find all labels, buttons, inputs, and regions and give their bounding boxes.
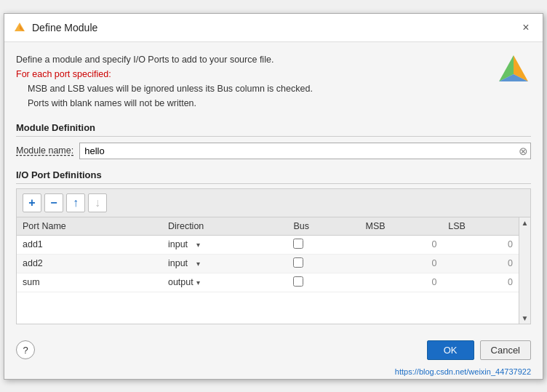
module-name-input[interactable]	[79, 143, 531, 159]
info-line4: Ports with blank names will not be writt…	[16, 96, 313, 111]
input-clear-button[interactable]: ⊗	[519, 145, 528, 156]
dialog-title: Define Module	[32, 22, 97, 33]
direction-select[interactable]: inputoutputinout	[168, 258, 195, 268]
table-row: add2inputoutputinout▾00	[17, 254, 530, 273]
info-line1: Define a module and specify I/O Ports to…	[16, 52, 313, 67]
dialog-footer: ? OK Cancel	[4, 335, 543, 367]
title-bar-left: Define Module	[13, 21, 97, 34]
move-down-button[interactable]: ↓	[88, 193, 107, 212]
info-section: Define a module and specify I/O Ports to…	[16, 52, 531, 111]
scroll-up-arrow[interactable]: ▲	[522, 219, 529, 227]
port-name-cell: sum	[17, 273, 162, 292]
bus-checkbox[interactable]	[293, 239, 303, 249]
module-name-input-wrapper: ⊗	[79, 143, 531, 159]
direction-dropdown-arrow: ▾	[196, 279, 200, 287]
bus-checkbox[interactable]	[293, 276, 303, 287]
footer-left: ?	[16, 340, 35, 359]
direction-dropdown-arrow: ▾	[196, 260, 200, 268]
define-module-dialog: Define Module × Define a module and spec…	[4, 13, 543, 380]
table-header-row: Port Name Direction Bus MSB LSB	[17, 217, 530, 236]
footer-url-row: https://blog.csdn.net/weixin_44737922	[4, 367, 543, 379]
info-text: Define a module and specify I/O Ports to…	[16, 52, 313, 111]
module-name-label: Module name:	[16, 145, 73, 156]
cancel-button[interactable]: Cancel	[480, 340, 531, 360]
msb-cell: 0	[360, 235, 443, 254]
dialog-body: Define a module and specify I/O Ports to…	[4, 42, 543, 335]
remove-port-button[interactable]: −	[44, 193, 63, 212]
col-port-name: Port Name	[17, 217, 162, 236]
move-up-button[interactable]: ↑	[66, 193, 85, 212]
port-table: Port Name Direction Bus MSB LSB add1inpu…	[17, 217, 530, 292]
info-line2: For each port specified:	[16, 67, 313, 81]
io-port-title: I/O Port Definitions	[16, 169, 531, 184]
scroll-down-arrow[interactable]: ▼	[522, 314, 529, 322]
direction-cell: inputoutputinout▾	[162, 254, 287, 273]
bus-cell	[287, 273, 359, 292]
direction-select[interactable]: inputoutputinout	[168, 277, 195, 287]
module-name-row: Module name: ⊗	[16, 143, 531, 159]
port-table-wrapper: Port Name Direction Bus MSB LSB add1inpu…	[16, 217, 531, 324]
io-toolbar: + − ↑ ↓	[16, 188, 531, 217]
lsb-cell: 0	[442, 235, 519, 254]
url-text: https://blog.csdn.net/weixin_44737922	[395, 367, 531, 376]
table-row: add1inputoutputinout▾00	[17, 235, 530, 254]
matlab-logo	[496, 52, 531, 87]
direction-dropdown-arrow: ▾	[196, 241, 200, 249]
direction-cell: inputoutputinout▾	[162, 235, 287, 254]
help-button[interactable]: ?	[16, 340, 35, 359]
footer-right: OK Cancel	[427, 340, 531, 360]
col-direction: Direction	[162, 217, 287, 236]
bus-cell	[287, 254, 359, 273]
ok-button[interactable]: OK	[427, 340, 474, 360]
bus-cell	[287, 235, 359, 254]
vertical-scrollbar[interactable]: ▲ ▼	[519, 217, 530, 324]
col-msb: MSB	[360, 217, 443, 236]
msb-cell: 0	[360, 273, 443, 292]
io-port-section: I/O Port Definitions + − ↑ ↓ Port Name D…	[16, 169, 531, 324]
lsb-cell: 0	[442, 273, 519, 292]
col-bus: Bus	[287, 217, 359, 236]
title-bar: Define Module ×	[4, 14, 543, 42]
module-definition-section: Module Definition Module name: ⊗	[16, 122, 531, 159]
bus-checkbox[interactable]	[293, 257, 303, 268]
add-port-button[interactable]: +	[23, 193, 41, 212]
module-definition-title: Module Definition	[16, 122, 531, 137]
direction-cell: inputoutputinout▾	[162, 273, 287, 292]
direction-select[interactable]: inputoutputinout	[168, 239, 195, 249]
port-name-cell: add1	[17, 235, 162, 254]
port-name-cell: add2	[17, 254, 162, 273]
lsb-cell: 0	[442, 254, 519, 273]
msb-cell: 0	[360, 254, 443, 273]
table-row: suminputoutputinout▾00	[17, 273, 530, 292]
table-scroll-area[interactable]: Port Name Direction Bus MSB LSB add1inpu…	[17, 217, 530, 324]
info-line3: MSB and LSB values will be ignored unles…	[16, 81, 313, 96]
col-lsb: LSB	[442, 217, 519, 236]
close-button[interactable]: ×	[518, 20, 534, 36]
app-icon	[13, 21, 26, 34]
